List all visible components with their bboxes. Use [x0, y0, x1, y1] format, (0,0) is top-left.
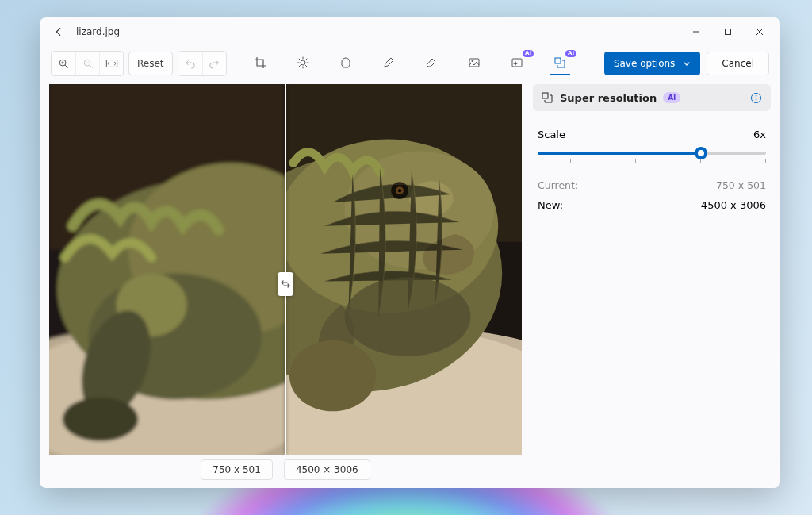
zoom-out-button[interactable] [75, 52, 99, 75]
upscale-icon [541, 91, 553, 104]
image-comparison-view[interactable] [49, 84, 522, 455]
fit-button[interactable] [99, 52, 123, 75]
adjust-tool[interactable] [293, 52, 313, 75]
super-resolution-tool[interactable]: AI [550, 52, 570, 75]
svg-point-4 [301, 60, 305, 65]
eraser-icon [425, 56, 438, 69]
svg-rect-3 [106, 60, 117, 67]
cancel-button[interactable]: Cancel [707, 52, 769, 75]
svg-point-30 [289, 340, 376, 411]
svg-point-18 [63, 397, 138, 441]
lizard-after-render [285, 84, 522, 455]
new-row: New: 4500 x 3006 [538, 199, 766, 211]
scale-row: Scale 6x [538, 129, 766, 140]
cancel-label: Cancel [722, 58, 754, 69]
pen-icon [382, 56, 395, 69]
new-label: New: [538, 199, 563, 211]
close-icon [756, 28, 764, 36]
new-value: 4500 x 3006 [701, 199, 766, 211]
redo-button[interactable] [202, 52, 226, 75]
zoom-out-icon [82, 58, 94, 69]
close-button[interactable] [744, 19, 776, 44]
window-controls [680, 19, 776, 44]
titlebar: lizard.jpg [40, 17, 780, 46]
redo-icon [209, 58, 220, 69]
window-title: lizard.jpg [76, 26, 120, 37]
image-after [285, 84, 522, 455]
current-value: 750 x 501 [716, 179, 766, 191]
canvas-area: 750 x 501 4500 × 3006 [49, 84, 522, 480]
crop-icon [254, 56, 266, 69]
app-window: lizard.jpg Reset [40, 17, 780, 488]
background-icon [468, 56, 481, 69]
chevron-down-icon [683, 60, 691, 67]
comparison-divider[interactable] [285, 84, 286, 455]
panel-header: Super resolution AI [533, 84, 771, 111]
undo-button[interactable] [178, 52, 202, 75]
panel-title: Super resolution [560, 92, 657, 104]
current-label: Current: [538, 179, 578, 191]
info-icon [750, 92, 762, 104]
markup-tool[interactable] [378, 52, 399, 75]
upscale-icon [553, 56, 566, 69]
lizard-before-render [49, 84, 285, 455]
svg-point-31 [344, 277, 470, 356]
minimize-icon [692, 28, 700, 36]
undo-redo-group [178, 51, 227, 76]
reset-label: Reset [137, 58, 164, 69]
toolbar: Reset [40, 46, 780, 81]
content-area: 750 x 501 4500 × 3006 Super resolution A… [40, 81, 780, 488]
swap-icon [281, 279, 290, 290]
scale-label: Scale [538, 129, 565, 140]
edit-tools: AI AI [250, 52, 570, 75]
svg-point-34 [755, 94, 756, 96]
side-panel: Super resolution AI Scale 6x [533, 84, 771, 480]
background-tool[interactable] [464, 52, 485, 75]
slider-track [538, 152, 766, 155]
svg-rect-0 [726, 29, 731, 35]
slider-thumb[interactable] [695, 147, 707, 159]
after-dimensions: 4500 × 3006 [284, 459, 370, 480]
maximize-button[interactable] [712, 19, 744, 44]
sparkle-image-icon [511, 56, 523, 69]
comparison-handle[interactable] [278, 272, 293, 296]
panel-body: Scale 6x Current: 750 x 501 [533, 111, 771, 211]
save-options-button[interactable]: Save options [604, 52, 700, 75]
undo-icon [185, 58, 196, 69]
info-button[interactable] [749, 90, 763, 105]
fit-icon [105, 58, 118, 69]
back-button[interactable] [48, 21, 70, 43]
slider-fill [538, 152, 701, 155]
minimize-button[interactable] [680, 19, 712, 44]
ai-badge: AI [523, 50, 534, 57]
svg-rect-7 [512, 59, 522, 67]
svg-point-6 [472, 60, 473, 62]
erase-tool[interactable] [421, 52, 442, 75]
svg-rect-8 [555, 58, 561, 63]
zoom-group [51, 51, 124, 76]
generative-erase-tool[interactable]: AI [507, 52, 527, 75]
brightness-icon [297, 56, 309, 69]
save-options-label: Save options [614, 58, 675, 69]
before-dimensions: 750 x 501 [201, 459, 273, 480]
ai-badge: AI [565, 50, 576, 57]
ai-pill: AI [663, 92, 680, 103]
dimension-labels: 750 x 501 4500 × 3006 [49, 459, 522, 480]
filter-tool[interactable] [335, 52, 356, 75]
current-row: Current: 750 x 501 [538, 179, 766, 191]
scale-slider[interactable] [538, 152, 766, 163]
image-before [49, 84, 285, 455]
scale-value: 6x [753, 129, 766, 140]
crop-tool[interactable] [250, 52, 270, 75]
reset-button[interactable]: Reset [128, 52, 173, 75]
action-buttons: Save options Cancel [604, 52, 769, 75]
zoom-in-icon [58, 58, 69, 69]
maximize-icon [724, 28, 732, 36]
slider-ticks [538, 159, 766, 163]
filter-icon [339, 56, 352, 69]
arrow-left-icon [53, 26, 64, 37]
zoom-in-button[interactable] [52, 52, 75, 75]
svg-rect-32 [542, 93, 548, 98]
